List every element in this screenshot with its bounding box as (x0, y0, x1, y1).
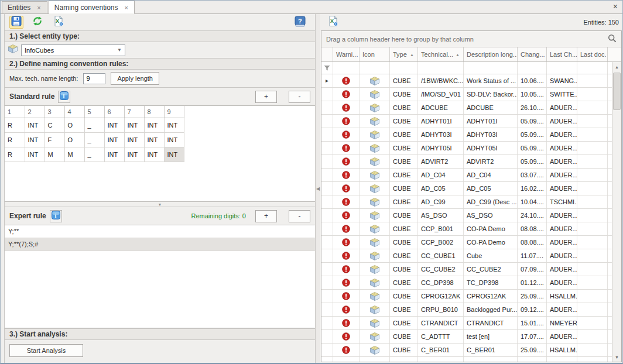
standard-rule-cell[interactable]: INT (25, 118, 44, 132)
standard-rule-col-7[interactable]: 7 (124, 106, 144, 118)
standard-rule-cell[interactable]: INT (124, 118, 144, 132)
column-header-type[interactable]: Type▲ (390, 47, 418, 61)
standard-rule-cell[interactable]: R (5, 118, 25, 132)
table-row[interactable]: CUBECC_CUBE2CC_CUBE207.09....ADUER... (321, 263, 621, 276)
standard-rule-cell[interactable]: INT (144, 118, 164, 132)
expert-rule-remove-button[interactable]: - (289, 210, 310, 222)
table-row[interactable]: CUBEADCUBEADCUBE26.10....ADUER... (321, 101, 621, 115)
save-button[interactable] (9, 16, 23, 29)
standard-rule-col-8[interactable]: 8 (144, 106, 164, 118)
column-header-warning[interactable]: Warni... (333, 47, 360, 61)
standard-rule-cell[interactable]: O (64, 118, 84, 132)
standard-rule-cell[interactable]: O (64, 132, 84, 147)
standard-rule-cell[interactable]: INT (104, 147, 124, 162)
standard-rule-add-button[interactable]: + (255, 91, 277, 103)
standard-rule-cell[interactable]: INT (164, 147, 184, 162)
standard-rule-cell[interactable]: INT (104, 132, 124, 147)
scroll-down-icon[interactable]: ▼ (612, 352, 622, 362)
close-icon[interactable]: × (613, 2, 618, 11)
standard-rule-cell[interactable]: INT (25, 147, 44, 162)
search-icon[interactable] (608, 34, 617, 44)
max-length-input[interactable] (83, 73, 105, 84)
standard-rule-col-6[interactable]: 6 (104, 106, 124, 118)
filter-cell-icon[interactable] (360, 62, 390, 74)
scrollbar-thumb[interactable] (613, 73, 621, 110)
standard-rule-remove-button[interactable]: - (289, 91, 310, 103)
table-row[interactable]: CUBECTRANDICTCTRANDICT15.01....NMEYER (321, 317, 621, 330)
standard-rule-cell[interactable]: INT (124, 132, 144, 147)
standard-rule-cell[interactable]: INT (164, 132, 184, 147)
filter-cell-description[interactable] (464, 62, 518, 74)
filter-cell-changed[interactable] (518, 62, 547, 74)
standard-rule-cell[interactable]: INT (124, 147, 144, 162)
expert-rule-row[interactable]: Y;**(7);S;# (5, 238, 315, 251)
standard-rule-cell[interactable]: R (5, 132, 25, 147)
table-row[interactable]: CUBEC_BER01C_BER0125.09....HSALLM... (321, 344, 621, 357)
expert-rule-row[interactable]: Y;** (5, 225, 315, 238)
filter-cell-warning[interactable] (333, 62, 360, 74)
apply-length-button[interactable]: Apply length (111, 72, 159, 85)
table-row[interactable]: CUBEADVIRT2ADVIRT205.09....ADUER... (321, 155, 621, 169)
panel-splitter[interactable]: ◀ (316, 14, 320, 363)
table-row[interactable]: CUBECCP_B002CO-PA Demo08.08....ADUER... (321, 236, 621, 249)
column-header-last_changed[interactable]: Last Ch... (547, 47, 577, 61)
tab-entities-close-icon[interactable]: × (36, 4, 41, 11)
filter-cell-last_doc[interactable] (577, 62, 608, 74)
standard-rule-info-button[interactable]: i (58, 91, 70, 103)
table-row[interactable]: CUBEAS_DSOAS_DSO24.10....ADUER... (321, 209, 621, 222)
table-row[interactable]: CUBECRPU_B010Backlogged Pur...09.12....A… (321, 303, 621, 317)
standard-rule-col-3[interactable]: 3 (44, 106, 64, 118)
standard-rule-cell[interactable]: _ (84, 147, 104, 162)
table-row[interactable]: CUBEADHYT03IADHYT03I05.09....ADUER... (321, 128, 621, 142)
table-row[interactable]: CUBEAD_C04AD_C0403.07....ADUER... (321, 169, 621, 182)
column-header-last_doc[interactable]: Last doc. (577, 47, 608, 61)
standard-rule-col-2[interactable]: 2 (25, 106, 44, 118)
standard-rule-cell[interactable]: INT (164, 118, 184, 132)
column-header-description[interactable]: Description long... (464, 47, 518, 61)
expert-rule-info-button[interactable]: i (50, 210, 62, 222)
standard-rule-cell[interactable]: _ (84, 118, 104, 132)
standard-rule-row[interactable]: RINTFO_INTINTINTINT (5, 132, 187, 147)
filter-icon[interactable] (321, 62, 333, 74)
standard-rule-cell[interactable]: M (44, 147, 64, 162)
rule-splitter[interactable]: ▼ (5, 202, 315, 207)
export-excel-button[interactable]: X (326, 16, 340, 29)
column-header-technical[interactable]: Technical...▲ (418, 47, 464, 61)
filter-cell-technical[interactable] (418, 62, 464, 74)
table-row[interactable]: CUBECCP_B001CO-PA Demo08.08....ADUER... (321, 222, 621, 236)
start-analysis-button[interactable]: Start Analysis (9, 344, 83, 357)
tab-naming-conventions[interactable]: Naming conventions × (49, 1, 135, 14)
standard-rule-cell[interactable]: C (44, 118, 64, 132)
column-header-changed[interactable]: Chang... (518, 47, 547, 61)
group-by-bar[interactable]: Drag a column header here to group by th… (321, 31, 621, 47)
standard-rule-col-9[interactable]: 9 (164, 106, 184, 118)
standard-rule-cell[interactable]: INT (104, 118, 124, 132)
filter-cell-type[interactable] (390, 62, 418, 74)
standard-rule-cell[interactable]: R (5, 147, 25, 162)
table-row[interactable]: CUBECC_CUBE1Cube11.07....ADUER... (321, 249, 621, 263)
column-header-icon[interactable]: Icon (360, 47, 390, 61)
expert-rule-add-button[interactable]: + (255, 210, 277, 222)
standard-rule-cell[interactable]: INT (144, 147, 164, 162)
table-row[interactable]: CUBECPROG12AKCPROG12AK25.09....HSALLM... (321, 290, 621, 303)
scrollbar-track[interactable] (612, 71, 622, 352)
table-row[interactable]: CUBECC_DP398TC_DP39801.12....ADUER... (321, 276, 621, 290)
table-row[interactable]: CUBEAD_C05AD_C0516.02....ADUER... (321, 182, 621, 195)
table-row[interactable]: CUBEC_ADTTTtest [en]17.07....ADUER... (321, 330, 621, 344)
standard-rule-col-5[interactable]: 5 (84, 106, 104, 118)
help-button[interactable]: ? (293, 16, 307, 29)
scroll-up-icon[interactable]: ▲ (612, 62, 622, 71)
standard-rule-row[interactable]: RINTCO_INTINTINTINT (5, 118, 187, 132)
standard-rule-cell[interactable]: _ (84, 132, 104, 147)
standard-rule-cell[interactable]: M (64, 147, 84, 162)
table-row[interactable]: CUBEAD_C99AD_C99 (Desc ...10.04....TSCHM… (321, 195, 621, 209)
table-row[interactable]: ▸CUBE/1BW/BWKC...Work Status of ...10.06… (321, 74, 621, 88)
vertical-scrollbar[interactable]: ▲ ▼ (612, 62, 621, 362)
table-row[interactable]: CUBEADHYT05IADHYT05I05.09....ADUER... (321, 142, 621, 155)
standard-rule-cell[interactable]: F (44, 132, 64, 147)
standard-rule-col-4[interactable]: 4 (64, 106, 84, 118)
standard-rule-cell[interactable]: INT (25, 132, 44, 147)
chevron-down-icon[interactable]: ▼ (117, 47, 122, 53)
refresh-button[interactable] (30, 16, 44, 29)
tab-entities[interactable]: Entities × (2, 1, 47, 13)
